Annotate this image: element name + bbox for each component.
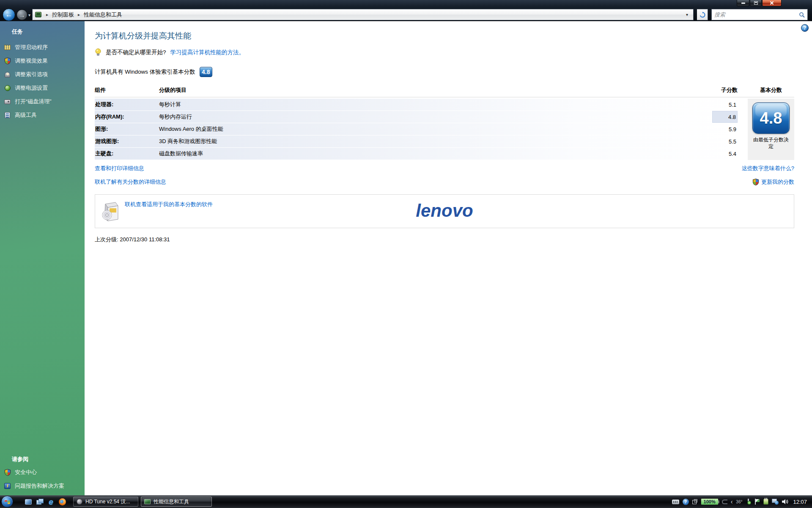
- column-header-subscore: 子分数: [712, 86, 738, 94]
- show-desktop-icon[interactable]: [24, 498, 32, 506]
- last-rated-text: 上次分级: 2007/12/30 11:08:31: [95, 236, 794, 243]
- sidebar-item-advanced-tools[interactable]: 高级工具: [0, 108, 85, 122]
- keyboard-language-icon[interactable]: [672, 500, 679, 504]
- table-body: 处理器: 每秒计算 5.1 内存(RAM): 每秒内存运行 4.8 图形: Wi…: [95, 97, 794, 160]
- view-software-online-link[interactable]: 联机查看适用于我的基本分数的软件: [125, 201, 213, 208]
- hdtune-icon: [77, 499, 82, 505]
- startup-programs-icon: [4, 44, 11, 51]
- window-controls: [737, 0, 782, 6]
- clamp-tool-icon[interactable]: [722, 500, 727, 504]
- search-icon[interactable]: [799, 12, 805, 18]
- search-input[interactable]: [714, 11, 799, 18]
- system-tray: ? 100% ‹ 36° 12:07: [672, 498, 812, 505]
- base-score-line: 计算机具有 Windows 体验索引基本分数 4.8: [95, 67, 794, 77]
- sidebar-item-visual-effects[interactable]: 调整视觉效果: [0, 54, 85, 68]
- oem-banner: 联机查看适用于我的基本分数的软件 lenovo: [95, 194, 794, 228]
- task-pane: 任务 管理启动程序 调整视觉效果 调整索引选项 调整电源设置: [0, 21, 85, 495]
- tasks-header: 任务: [12, 28, 85, 36]
- forward-button[interactable]: →: [16, 9, 27, 20]
- security-shield-icon: [753, 179, 759, 185]
- subscore-value: 5.5: [712, 135, 738, 147]
- notification-flag-icon[interactable]: [754, 499, 760, 505]
- quick-launch: e: [24, 498, 66, 506]
- battery-meter[interactable]: 100%: [701, 498, 719, 505]
- table-row: 游戏图形: 3D 商务和游戏图形性能 5.5: [95, 135, 738, 147]
- windows-flag-icon: [4, 499, 11, 505]
- minimize-button[interactable]: [737, 0, 749, 6]
- sidebar-item-security-center[interactable]: 安全中心: [0, 466, 85, 479]
- task-buttons: HD Tune v2.54 汉... 性能信息和工具: [73, 497, 212, 507]
- nav-history-chevron-icon[interactable]: ▾: [28, 13, 30, 17]
- page-title: 为计算机分级并提高其性能: [95, 30, 794, 41]
- lightbulb-icon: [95, 48, 102, 57]
- restore-icon: [754, 1, 758, 5]
- column-header-rated: 分级的项目: [159, 86, 712, 94]
- table-header-row: 组件 分级的项目 子分数 基本分数: [95, 85, 794, 97]
- refresh-button[interactable]: [697, 9, 708, 20]
- clock[interactable]: 12:07: [793, 499, 807, 505]
- nav-buttons: ← → ▾: [3, 8, 30, 21]
- view-print-details-link[interactable]: 查看和打印详细信息: [95, 165, 144, 172]
- disk-cleanup-icon: [4, 98, 11, 105]
- volume-icon[interactable]: [782, 499, 789, 505]
- switch-windows-icon[interactable]: [36, 498, 44, 506]
- table-row: 处理器: 每秒计算 5.1: [95, 99, 738, 110]
- links-row-1: 查看和打印详细信息 这些数字意味着什么?: [95, 165, 794, 172]
- minimize-icon: [741, 3, 745, 4]
- restore-button[interactable]: [750, 0, 762, 6]
- taskbar-button-performance-tools[interactable]: 性能信息和工具: [141, 497, 212, 507]
- taskbar: e HD Tune v2.54 汉... 性能信息和工具 ? 100% ‹ 36…: [0, 495, 812, 508]
- taskbar-button-hdtune[interactable]: HD Tune v2.54 汉...: [73, 497, 138, 507]
- see-also-section: 请参阅 安全中心 问题报告和解决方案: [0, 449, 85, 493]
- safely-remove-usb-icon[interactable]: [746, 499, 751, 505]
- help-button[interactable]: ?: [801, 24, 809, 32]
- firefox-icon[interactable]: [58, 498, 66, 506]
- network-icon[interactable]: [772, 499, 779, 505]
- internet-explorer-icon[interactable]: e: [47, 498, 55, 506]
- close-icon: [770, 1, 774, 5]
- desktop: ← → ▾ ▸ 控制面板 ▸ 性能信息和工具 ▾: [0, 0, 812, 508]
- address-bar[interactable]: ▸ 控制面板 ▸ 性能信息和工具 ▾: [32, 9, 694, 20]
- breadcrumb-performance-tools[interactable]: 性能信息和工具: [83, 10, 123, 19]
- sidebar-item-disk-cleanup[interactable]: 打开“磁盘清理”: [0, 95, 85, 108]
- sidebar-item-indexing-options[interactable]: 调整索引选项: [0, 68, 85, 81]
- main-content: ? 为计算机分级并提高其性能 是否不确定从哪里开始? 学习提高计算机性能的方法。…: [85, 21, 812, 495]
- wei-score-table: 组件 分级的项目 子分数 基本分数 处理器: 每秒计算 5.1 内存(RAM):…: [95, 85, 794, 160]
- subscore-value-highlighted: 4.8: [712, 111, 738, 123]
- base-score-caption: 由最低子分数决定: [752, 137, 790, 150]
- back-button[interactable]: ←: [3, 8, 15, 21]
- power-plug-icon[interactable]: [763, 499, 768, 505]
- subscore-value: 5.9: [712, 123, 738, 135]
- hidden-icons-chevron-icon[interactable]: ‹: [731, 498, 733, 505]
- security-shield-icon: [4, 469, 11, 476]
- base-score-panel: 4.8 由最低子分数决定: [748, 99, 794, 160]
- problem-reports-icon: [4, 483, 11, 490]
- banner-link-row: 联机查看适用于我的基本分数的软件: [101, 201, 213, 223]
- search-box[interactable]: [711, 9, 808, 20]
- forward-arrow-icon: →: [19, 11, 25, 19]
- breadcrumb-separator-icon: ▸: [46, 12, 48, 17]
- breadcrumb-control-panel[interactable]: 控制面板: [51, 10, 75, 19]
- start-button[interactable]: [1, 496, 13, 508]
- subscore-value: 5.1: [712, 99, 738, 110]
- sidebar-item-power-settings[interactable]: 调整电源设置: [0, 81, 85, 95]
- learn-scores-online-link[interactable]: 联机了解有关分数的详细信息: [95, 178, 166, 186]
- sidebar-item-manage-startup[interactable]: 管理启动程序: [0, 41, 85, 54]
- column-header-component: 组件: [95, 86, 159, 94]
- base-score-badge-small: 4.8: [200, 67, 212, 77]
- breadcrumb-separator-icon: ▸: [78, 12, 80, 17]
- sidebar-item-problem-reports[interactable]: 问题报告和解决方案: [0, 479, 85, 493]
- base-score-text: 计算机具有 Windows 体验索引基本分数: [95, 68, 195, 76]
- update-my-score-link[interactable]: 更新我的分数: [761, 178, 794, 186]
- learn-performance-link[interactable]: 学习提高计算机性能的方法。: [170, 49, 245, 56]
- tray-help-icon[interactable]: ?: [683, 499, 689, 505]
- window-titlebar: ← → ▾ ▸ 控制面板 ▸ 性能信息和工具 ▾: [0, 0, 812, 21]
- hint-text: 是否不确定从哪里开始?: [106, 49, 166, 56]
- close-button[interactable]: [762, 0, 782, 6]
- popout-window-icon[interactable]: [692, 499, 697, 504]
- see-also-header: 请参阅: [12, 456, 85, 463]
- power-settings-icon: [4, 85, 11, 92]
- what-numbers-mean-link[interactable]: 这些数字意味着什么?: [742, 165, 794, 172]
- address-dropdown-icon[interactable]: ▾: [683, 12, 691, 17]
- lenovo-logo: lenovo: [416, 201, 473, 221]
